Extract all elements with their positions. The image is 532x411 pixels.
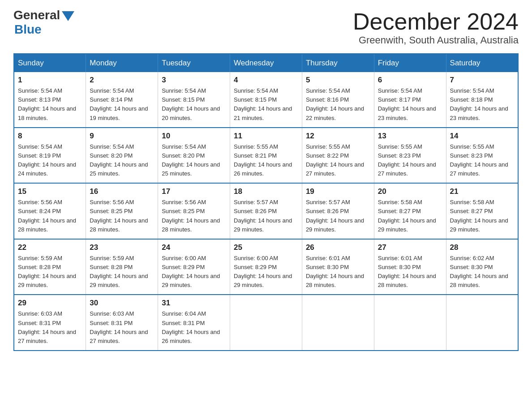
- day-number: 29: [18, 299, 82, 308]
- day-info: Sunrise: 5:54 AMSunset: 8:14 PMDaylight:…: [90, 87, 148, 121]
- day-number: 15: [18, 187, 82, 196]
- calendar-cell: 9 Sunrise: 5:54 AMSunset: 8:20 PMDayligh…: [86, 128, 158, 184]
- day-number: 8: [18, 132, 82, 141]
- col-wednesday: Wednesday: [230, 54, 302, 72]
- calendar-cell: 8 Sunrise: 5:54 AMSunset: 8:19 PMDayligh…: [14, 128, 86, 184]
- calendar-cell: 12 Sunrise: 5:55 AMSunset: 8:22 PMDaylig…: [302, 128, 374, 184]
- calendar-cell: 19 Sunrise: 5:57 AMSunset: 8:26 PMDaylig…: [302, 183, 374, 239]
- day-number: 1: [18, 76, 82, 85]
- calendar-cell: 13 Sunrise: 5:55 AMSunset: 8:23 PMDaylig…: [374, 128, 446, 184]
- calendar-title: December 2024: [353, 9, 519, 34]
- calendar-cell: 14 Sunrise: 5:55 AMSunset: 8:23 PMDaylig…: [446, 128, 518, 184]
- day-info: Sunrise: 6:03 AMSunset: 8:31 PMDaylight:…: [18, 310, 76, 344]
- day-number: 23: [90, 243, 154, 252]
- day-number: 2: [90, 76, 154, 85]
- calendar-cell: [302, 295, 374, 351]
- page-header: General Blue December 2024 Greenwith, So…: [13, 9, 519, 46]
- day-info: Sunrise: 6:01 AMSunset: 8:30 PMDaylight:…: [306, 255, 364, 288]
- day-number: 12: [306, 132, 370, 141]
- day-number: 3: [162, 76, 226, 85]
- day-number: 7: [450, 76, 514, 85]
- day-number: 22: [18, 243, 82, 252]
- calendar-cell: 23 Sunrise: 5:59 AMSunset: 8:28 PMDaylig…: [86, 239, 158, 295]
- day-number: 11: [234, 132, 298, 141]
- day-info: Sunrise: 5:56 AMSunset: 8:25 PMDaylight:…: [162, 199, 220, 232]
- day-info: Sunrise: 5:56 AMSunset: 8:25 PMDaylight:…: [90, 199, 148, 232]
- day-info: Sunrise: 5:57 AMSunset: 8:26 PMDaylight:…: [234, 199, 292, 232]
- calendar-cell: 3 Sunrise: 5:54 AMSunset: 8:15 PMDayligh…: [158, 72, 230, 128]
- day-info: Sunrise: 6:01 AMSunset: 8:30 PMDaylight:…: [378, 255, 436, 288]
- calendar-week-row: 15 Sunrise: 5:56 AMSunset: 8:24 PMDaylig…: [14, 183, 518, 239]
- calendar-week-row: 8 Sunrise: 5:54 AMSunset: 8:19 PMDayligh…: [14, 128, 518, 184]
- day-info: Sunrise: 5:56 AMSunset: 8:24 PMDaylight:…: [18, 199, 76, 232]
- day-info: Sunrise: 5:57 AMSunset: 8:26 PMDaylight:…: [306, 199, 364, 232]
- calendar-cell: 30 Sunrise: 6:03 AMSunset: 8:31 PMDaylig…: [86, 295, 158, 351]
- day-number: 25: [234, 243, 298, 252]
- col-thursday: Thursday: [302, 54, 374, 72]
- calendar-week-row: 22 Sunrise: 5:59 AMSunset: 8:28 PMDaylig…: [14, 239, 518, 295]
- calendar-cell: [374, 295, 446, 351]
- calendar-week-row: 1 Sunrise: 5:54 AMSunset: 8:13 PMDayligh…: [14, 72, 518, 128]
- col-monday: Monday: [86, 54, 158, 72]
- calendar-cell: 20 Sunrise: 5:58 AMSunset: 8:27 PMDaylig…: [374, 183, 446, 239]
- calendar-cell: 29 Sunrise: 6:03 AMSunset: 8:31 PMDaylig…: [14, 295, 86, 351]
- calendar-cell: 27 Sunrise: 6:01 AMSunset: 8:30 PMDaylig…: [374, 239, 446, 295]
- day-info: Sunrise: 5:59 AMSunset: 8:28 PMDaylight:…: [90, 255, 148, 288]
- calendar-cell: [230, 295, 302, 351]
- logo-blue-text: Blue: [14, 22, 42, 37]
- day-info: Sunrise: 5:54 AMSunset: 8:20 PMDaylight:…: [90, 143, 148, 177]
- calendar-table: Sunday Monday Tuesday Wednesday Thursday…: [13, 53, 519, 351]
- day-info: Sunrise: 5:54 AMSunset: 8:15 PMDaylight:…: [234, 87, 292, 121]
- day-number: 28: [450, 243, 514, 252]
- calendar-cell: 15 Sunrise: 5:56 AMSunset: 8:24 PMDaylig…: [14, 183, 86, 239]
- day-number: 19: [306, 187, 370, 196]
- calendar-cell: 28 Sunrise: 6:02 AMSunset: 8:30 PMDaylig…: [446, 239, 518, 295]
- calendar-cell: 26 Sunrise: 6:01 AMSunset: 8:30 PMDaylig…: [302, 239, 374, 295]
- day-number: 9: [90, 132, 154, 141]
- day-number: 13: [378, 132, 442, 141]
- logo: General Blue: [13, 9, 74, 37]
- day-number: 10: [162, 132, 226, 141]
- day-info: Sunrise: 5:58 AMSunset: 8:27 PMDaylight:…: [378, 199, 436, 232]
- day-number: 18: [234, 187, 298, 196]
- day-info: Sunrise: 5:54 AMSunset: 8:19 PMDaylight:…: [18, 143, 76, 177]
- logo-arrow-icon: [62, 11, 74, 21]
- day-info: Sunrise: 5:55 AMSunset: 8:23 PMDaylight:…: [450, 143, 508, 177]
- calendar-week-row: 29 Sunrise: 6:03 AMSunset: 8:31 PMDaylig…: [14, 295, 518, 351]
- calendar-cell: 4 Sunrise: 5:54 AMSunset: 8:15 PMDayligh…: [230, 72, 302, 128]
- day-number: 5: [306, 76, 370, 85]
- day-number: 27: [378, 243, 442, 252]
- day-info: Sunrise: 5:54 AMSunset: 8:17 PMDaylight:…: [378, 87, 436, 121]
- day-info: Sunrise: 6:00 AMSunset: 8:29 PMDaylight:…: [162, 255, 220, 288]
- day-number: 14: [450, 132, 514, 141]
- calendar-cell: 31 Sunrise: 6:04 AMSunset: 8:31 PMDaylig…: [158, 295, 230, 351]
- calendar-cell: 25 Sunrise: 6:00 AMSunset: 8:29 PMDaylig…: [230, 239, 302, 295]
- day-number: 24: [162, 243, 226, 252]
- day-info: Sunrise: 5:54 AMSunset: 8:13 PMDaylight:…: [18, 87, 76, 121]
- calendar-cell: 2 Sunrise: 5:54 AMSunset: 8:14 PMDayligh…: [86, 72, 158, 128]
- col-friday: Friday: [374, 54, 446, 72]
- calendar-body: 1 Sunrise: 5:54 AMSunset: 8:13 PMDayligh…: [14, 72, 518, 351]
- title-section: December 2024 Greenwith, South Australia…: [353, 9, 519, 46]
- calendar-cell: 6 Sunrise: 5:54 AMSunset: 8:17 PMDayligh…: [374, 72, 446, 128]
- col-tuesday: Tuesday: [158, 54, 230, 72]
- day-info: Sunrise: 5:58 AMSunset: 8:27 PMDaylight:…: [450, 199, 508, 232]
- day-number: 21: [450, 187, 514, 196]
- day-number: 6: [378, 76, 442, 85]
- day-number: 20: [378, 187, 442, 196]
- col-sunday: Sunday: [14, 54, 86, 72]
- calendar-cell: 7 Sunrise: 5:54 AMSunset: 8:18 PMDayligh…: [446, 72, 518, 128]
- day-number: 16: [90, 187, 154, 196]
- day-info: Sunrise: 6:00 AMSunset: 8:29 PMDaylight:…: [234, 255, 292, 288]
- day-info: Sunrise: 5:59 AMSunset: 8:28 PMDaylight:…: [18, 255, 76, 288]
- day-info: Sunrise: 5:54 AMSunset: 8:18 PMDaylight:…: [450, 87, 508, 121]
- calendar-header: Sunday Monday Tuesday Wednesday Thursday…: [14, 54, 518, 72]
- day-number: 26: [306, 243, 370, 252]
- calendar-cell: 22 Sunrise: 5:59 AMSunset: 8:28 PMDaylig…: [14, 239, 86, 295]
- calendar-cell: 16 Sunrise: 5:56 AMSunset: 8:25 PMDaylig…: [86, 183, 158, 239]
- logo-general-text: General: [13, 9, 60, 21]
- day-number: 17: [162, 187, 226, 196]
- calendar-cell: 17 Sunrise: 5:56 AMSunset: 8:25 PMDaylig…: [158, 183, 230, 239]
- calendar-cell: 5 Sunrise: 5:54 AMSunset: 8:16 PMDayligh…: [302, 72, 374, 128]
- calendar-cell: [446, 295, 518, 351]
